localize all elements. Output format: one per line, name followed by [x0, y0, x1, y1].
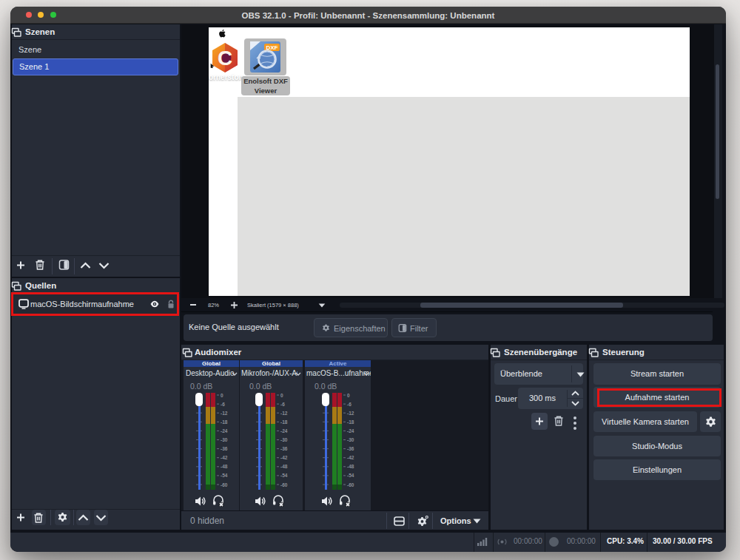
svg-text:C: C	[218, 47, 232, 70]
